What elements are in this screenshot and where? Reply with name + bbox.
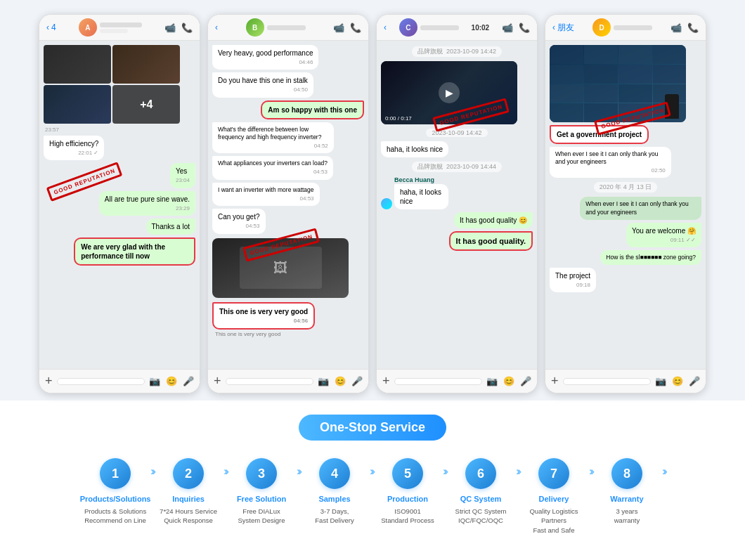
header-icons-4: 📹 📞 — [670, 22, 699, 33]
video-icon-2[interactable]: 📹 — [333, 22, 344, 33]
mini-avatar-becca — [381, 198, 392, 209]
footer-input-4[interactable] — [563, 378, 651, 385]
bubble-time: 04:46 — [218, 59, 313, 66]
video-icon-4[interactable]: 📹 — [670, 22, 682, 33]
chat-body-1: GOOD REPUTATION +4 23:57 High efficiency… — [39, 41, 200, 369]
back-button-2[interactable]: ‹ — [215, 22, 218, 32]
service-title: One-Stop Service — [299, 415, 446, 441]
bubble-thank-sent: When ever I see it I can only thank you … — [580, 197, 701, 219]
bubble-stalk: Do you have this one in stalk 04:50 — [212, 72, 313, 97]
step-number-6: 6 — [477, 467, 484, 481]
bubble-text: This one is very very good — [219, 307, 308, 316]
footer-input-3[interactable] — [394, 378, 482, 385]
step-item-8: 8 Warranty 3 yearswarranty — [592, 458, 662, 526]
step-title-4: Samples — [318, 495, 350, 503]
phone-mockup-4: ‹ 朋友 D 📹 📞 GOOD REPUTATION — [545, 14, 706, 393]
image-icon: 🖼 — [273, 260, 287, 276]
bubble-text: When ever I see it I can only thank you … — [585, 200, 696, 216]
phone-icon-4[interactable]: 📞 — [687, 22, 699, 33]
play-icon: ▶ — [446, 87, 453, 98]
bubble-time: 04:53 — [218, 223, 260, 230]
phone-header-2: ‹ B 📹 📞 — [208, 15, 368, 41]
service-section: One-Stop Service 1 Products/Solutions Pr… — [0, 401, 745, 549]
step-circle-7: 7 — [538, 458, 569, 489]
bubble-caption: This one is very very good — [215, 331, 280, 337]
camera-icon-2[interactable]: 📷 — [318, 376, 329, 386]
bubble-text: It has good quality. — [456, 236, 526, 246]
step-number-2: 2 — [185, 467, 192, 481]
bubble-text: We are very glad with the performance ti… — [81, 242, 188, 261]
bubble-time: 04:56 — [219, 318, 308, 325]
image-count: +4 — [140, 98, 153, 111]
emoji-icon-4[interactable]: 😊 — [672, 376, 683, 386]
bubble-text: How is the sl■■■■■■ zone going? — [606, 254, 696, 261]
chat-body-2: GOOD REPUTATION Very heavy, good perform… — [208, 41, 368, 369]
bubble-happy: Am so happy with this one — [261, 100, 364, 119]
back-button-3[interactable]: ‹ — [384, 22, 387, 32]
contact-name-3 — [420, 25, 459, 30]
steps-row: 1 Products/Solutions Products & Solution… — [14, 458, 731, 535]
footer-input-1[interactable] — [57, 378, 145, 385]
footer-plus-icon-4[interactable]: + — [551, 374, 559, 389]
phone-footer-4: + 📷 😊 🎤 — [545, 369, 706, 393]
phone-icon-1[interactable]: 📞 — [181, 22, 193, 33]
bubble-time: 23:29 — [105, 205, 190, 212]
camera-icon-4[interactable]: 📷 — [655, 376, 666, 386]
emoji-icon-2[interactable]: 😊 — [335, 376, 346, 386]
bubble-high-efficiency: High efficiency? 22:01 ✓ — [44, 136, 104, 160]
footer-plus-icon[interactable]: + — [45, 374, 53, 389]
contact-info-2: B — [246, 18, 306, 37]
video-icon-3[interactable]: 📹 — [502, 22, 513, 33]
arrow-icon-8: ››› — [662, 465, 665, 478]
bubble-looks-nice-2: haha, it looks nice — [394, 184, 448, 209]
camera-icon-3[interactable]: 📷 — [486, 376, 498, 386]
chat-row-received: Becca Huang haha, it looks nice — [381, 176, 533, 209]
camera-icon[interactable]: 📷 — [149, 376, 160, 386]
back-icon-1: ‹ — [46, 22, 49, 32]
mic-icon-3[interactable]: 🎤 — [520, 376, 531, 386]
bubble-thanks: Thanks a lot — [146, 219, 195, 235]
back-button-4[interactable]: ‹ 朋友 — [552, 22, 574, 34]
phone-footer-2: + 📷 😊 🎤 — [208, 369, 368, 393]
video-icon-1[interactable]: 📹 — [164, 22, 176, 33]
step-desc-3: Free DIALuxSystem Desigre — [238, 507, 285, 526]
emoji-icon-3[interactable]: 😊 — [503, 376, 514, 386]
step-desc-7: Quality Logistics PartnersFast and Safe — [519, 507, 589, 535]
bubble-text: You are welcome 🤗 — [632, 226, 696, 235]
bubble-time: 23:04 — [176, 177, 190, 184]
bubble-text: haha, it looks nice — [387, 145, 443, 154]
step-circle-2: 2 — [173, 458, 204, 489]
footer-input-2[interactable] — [226, 378, 313, 385]
footer-plus-icon-3[interactable]: + — [382, 374, 390, 389]
back-button-1[interactable]: ‹ 4 — [46, 22, 56, 32]
step-title-8: Warranty — [610, 495, 643, 503]
contact-info-3: C — [399, 18, 459, 37]
mic-icon-4[interactable]: 🎤 — [689, 376, 700, 386]
bubble-time: 02:50 — [555, 167, 666, 174]
mic-icon[interactable]: 🎤 — [183, 376, 194, 386]
footer-icons-3: 📷 😊 🎤 — [486, 376, 531, 386]
footer-plus-icon-2[interactable]: + — [214, 374, 221, 389]
step-number-4: 4 — [331, 467, 338, 481]
step-number-8: 8 — [623, 467, 630, 481]
footer-icons-4: 📷 😊 🎤 — [655, 376, 700, 386]
phone-icon-2[interactable]: 📞 — [350, 22, 361, 33]
bubble-wattage: I want an inverter with more wattage 04:… — [212, 183, 320, 206]
back-icon-2: ‹ — [215, 22, 218, 32]
emoji-icon[interactable]: 😊 — [166, 376, 177, 386]
bubble-text: Very heavy, good performance — [218, 48, 313, 58]
step-title-3: Free Solution — [237, 495, 286, 503]
bubble-time: 04:53 — [218, 169, 328, 176]
back-count-1: 4 — [51, 22, 56, 32]
phone-icon-3[interactable]: 📞 — [519, 22, 530, 33]
step-circle-5: 5 — [392, 458, 423, 489]
grid-img-2 — [112, 45, 180, 84]
mic-icon-2[interactable]: 🎤 — [351, 376, 363, 386]
grid-img-3 — [44, 85, 111, 124]
contact-name-4 — [614, 25, 652, 30]
phone-header-3: ‹ C 10:02 📹 📞 — [377, 15, 537, 41]
bubble-text: Do you have this one in stalk — [218, 76, 308, 85]
bubble-glad-performance: We are very glad with the performance ti… — [74, 237, 195, 266]
step-item-4: 4 Samples 3-7 Days,Fast Delivery — [299, 458, 370, 526]
bubble-text: haha, it looks nice — [400, 188, 443, 206]
